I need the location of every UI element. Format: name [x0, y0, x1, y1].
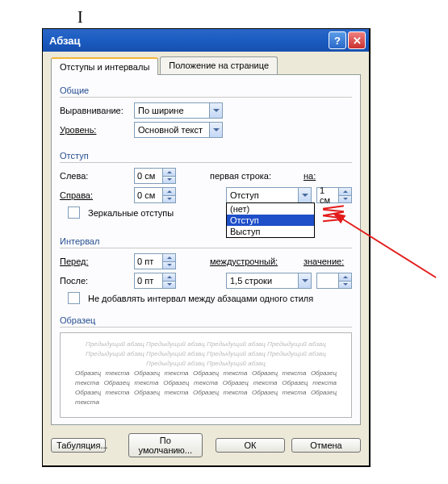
- before-label: Перед:: [60, 257, 129, 266]
- firstline-by-label: на:: [304, 171, 352, 181]
- alignment-combo[interactable]: По ширине: [134, 102, 223, 119]
- alignment-label: Выравнивание:: [60, 106, 129, 115]
- spin-up-icon[interactable]: [163, 254, 175, 261]
- section-general: Общие: [60, 86, 352, 98]
- cancel-button[interactable]: Отмена: [291, 438, 361, 453]
- mirror-indents-label: Зеркальные отступы: [88, 208, 174, 218]
- spin-up-icon[interactable]: [163, 273, 175, 281]
- no-space-same-style-checkbox[interactable]: [68, 292, 80, 304]
- section-indent: Отступ: [60, 151, 352, 163]
- spin-down-icon[interactable]: [163, 261, 175, 269]
- chevron-down-icon[interactable]: [209, 103, 222, 118]
- no-space-same-style-label: Не добавлять интервал между абзацами одн…: [88, 294, 313, 303]
- ok-button[interactable]: ОК: [216, 438, 285, 453]
- titlebar: Абзац ? ✕: [43, 29, 369, 52]
- spin-down-icon[interactable]: [163, 281, 175, 289]
- level-combo[interactable]: Основной текст: [134, 122, 223, 138]
- spin-up-icon[interactable]: [163, 169, 175, 176]
- linespacing-combo[interactable]: 1,5 строки: [226, 273, 312, 289]
- default-button[interactable]: По умолчанию...: [128, 433, 203, 457]
- spin-down-icon[interactable]: [339, 195, 351, 203]
- indent-right-spinner[interactable]: 0 см: [134, 187, 176, 203]
- firstline-dropdown: (нет) Отступ Выступ: [226, 202, 315, 238]
- paragraph-dialog: Абзац ? ✕ Отступы и интервалы Положение …: [42, 28, 371, 467]
- sample-preview: Предыдущий абзац Предыдущий абзац Предыд…: [60, 332, 352, 418]
- spin-up-icon[interactable]: [339, 273, 351, 281]
- tab-strip: Отступы и интервалы Положение на страниц…: [51, 56, 361, 75]
- sample-prev-text: Предыдущий абзац Предыдущий абзац Предыд…: [75, 340, 337, 369]
- chevron-down-icon[interactable]: [298, 188, 311, 202]
- indent-left-label: Слева:: [60, 171, 129, 181]
- section-sample: Образец: [60, 315, 352, 328]
- before-spinner[interactable]: 0 пт: [134, 253, 176, 269]
- linespacing-label: междустрочный:: [210, 257, 299, 266]
- indent-right-label: Справа:: [60, 190, 129, 200]
- spin-down-icon[interactable]: [163, 176, 175, 184]
- firstline-combo[interactable]: Отступ (нет) Отступ Выступ: [226, 187, 312, 203]
- indent-left-spinner[interactable]: 0 см: [134, 168, 176, 184]
- spin-up-icon[interactable]: [163, 188, 175, 195]
- level-label: Уровень:: [60, 125, 129, 135]
- after-label: После:: [60, 276, 129, 286]
- sample-current-text: Образец текста Образец текста Образец те…: [75, 369, 337, 407]
- after-spinner[interactable]: 0 пт: [134, 273, 176, 289]
- dialog-title: Абзац: [49, 35, 81, 47]
- help-button[interactable]: ?: [329, 31, 346, 49]
- firstline-label: первая строка:: [210, 171, 299, 181]
- chevron-down-icon[interactable]: [209, 123, 222, 137]
- tabs-button[interactable]: Табуляция...: [51, 438, 106, 453]
- spin-down-icon[interactable]: [339, 281, 351, 289]
- spin-down-icon[interactable]: [163, 195, 175, 203]
- dropdown-option-none[interactable]: (нет): [227, 203, 314, 215]
- mirror-indents-checkbox[interactable]: [68, 207, 80, 219]
- text-caret: I: [77, 8, 83, 27]
- dropdown-option-indent[interactable]: Отступ: [227, 215, 314, 226]
- at-spinner[interactable]: [316, 273, 352, 289]
- tab-position[interactable]: Положение на странице: [160, 56, 278, 74]
- at-label: значение:: [304, 257, 352, 266]
- chevron-down-icon[interactable]: [298, 273, 311, 288]
- section-interval: Интервал: [60, 236, 352, 248]
- dropdown-option-hanging[interactable]: Выступ: [227, 226, 314, 237]
- tab-indents[interactable]: Отступы и интервалы: [51, 57, 158, 75]
- firstline-by-spinner[interactable]: 1 см: [316, 187, 352, 203]
- close-button[interactable]: ✕: [348, 31, 366, 49]
- spin-up-icon[interactable]: [339, 188, 351, 195]
